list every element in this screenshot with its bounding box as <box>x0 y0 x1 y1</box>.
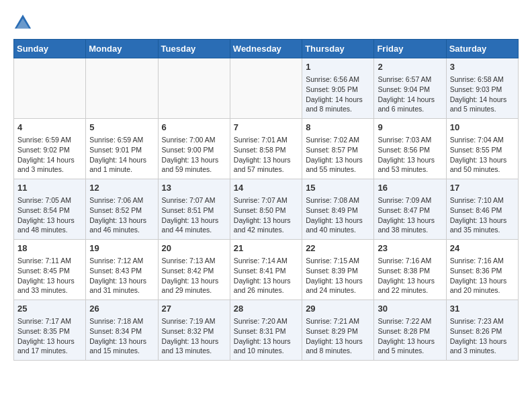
calendar-day-cell: 14Sunrise: 7:07 AM Sunset: 8:50 PM Dayli… <box>230 179 302 240</box>
day-number: 10 <box>450 122 515 134</box>
logo <box>13 13 35 32</box>
calendar-day-cell: 17Sunrise: 7:10 AM Sunset: 8:46 PM Dayli… <box>446 179 518 240</box>
calendar-day-cell: 25Sunrise: 7:17 AM Sunset: 8:35 PM Dayli… <box>14 300 86 361</box>
calendar-day-cell: 28Sunrise: 7:20 AM Sunset: 8:31 PM Dayli… <box>230 300 302 361</box>
calendar-day-cell: 29Sunrise: 7:21 AM Sunset: 8:29 PM Dayli… <box>302 300 374 361</box>
day-number: 21 <box>234 242 298 255</box>
day-info: Sunrise: 6:57 AM Sunset: 9:04 PM Dayligh… <box>378 75 442 114</box>
calendar-day-cell: 22Sunrise: 7:15 AM Sunset: 8:39 PM Dayli… <box>302 240 374 300</box>
calendar-day-cell: 24Sunrise: 7:16 AM Sunset: 8:36 PM Dayli… <box>446 240 518 300</box>
calendar-week-row: 18Sunrise: 7:11 AM Sunset: 8:45 PM Dayli… <box>14 240 519 300</box>
calendar-week-row: 11Sunrise: 7:05 AM Sunset: 8:54 PM Dayli… <box>14 179 519 240</box>
day-info: Sunrise: 7:03 AM Sunset: 8:56 PM Dayligh… <box>378 135 442 175</box>
day-info: Sunrise: 6:58 AM Sunset: 9:03 PM Dayligh… <box>450 75 515 114</box>
day-number: 25 <box>17 303 82 315</box>
day-number: 12 <box>89 182 154 194</box>
day-number: 20 <box>162 242 226 255</box>
day-info: Sunrise: 7:10 AM Sunset: 8:46 PM Dayligh… <box>450 195 515 235</box>
day-info: Sunrise: 7:15 AM Sunset: 8:39 PM Dayligh… <box>306 256 370 295</box>
day-info: Sunrise: 7:01 AM Sunset: 8:58 PM Dayligh… <box>234 135 298 175</box>
day-number: 6 <box>162 122 226 134</box>
day-info: Sunrise: 7:17 AM Sunset: 8:35 PM Dayligh… <box>17 316 82 356</box>
day-number: 17 <box>450 182 515 194</box>
day-number: 31 <box>450 303 515 315</box>
day-number: 11 <box>17 182 82 194</box>
day-number: 2 <box>378 61 442 73</box>
calendar-day-cell: 16Sunrise: 7:09 AM Sunset: 8:47 PM Dayli… <box>374 179 446 240</box>
day-info: Sunrise: 7:09 AM Sunset: 8:47 PM Dayligh… <box>378 195 442 235</box>
calendar-day-cell: 2Sunrise: 6:57 AM Sunset: 9:04 PM Daylig… <box>374 58 446 119</box>
weekday-header-thursday: Thursday <box>302 40 374 58</box>
calendar-day-cell: 13Sunrise: 7:07 AM Sunset: 8:51 PM Dayli… <box>158 179 230 240</box>
day-info: Sunrise: 7:07 AM Sunset: 8:50 PM Dayligh… <box>234 195 298 235</box>
day-number: 26 <box>89 303 154 315</box>
day-info: Sunrise: 7:21 AM Sunset: 8:29 PM Dayligh… <box>306 316 370 356</box>
day-info: Sunrise: 7:18 AM Sunset: 8:34 PM Dayligh… <box>89 316 154 356</box>
day-info: Sunrise: 6:59 AM Sunset: 9:01 PM Dayligh… <box>89 135 154 175</box>
day-info: Sunrise: 7:05 AM Sunset: 8:54 PM Dayligh… <box>17 195 82 235</box>
calendar-day-cell: 1Sunrise: 6:56 AM Sunset: 9:05 PM Daylig… <box>302 58 374 119</box>
day-info: Sunrise: 7:04 AM Sunset: 8:55 PM Dayligh… <box>450 135 515 175</box>
day-info: Sunrise: 7:12 AM Sunset: 8:43 PM Dayligh… <box>89 256 154 295</box>
day-number: 30 <box>378 303 442 315</box>
day-number: 13 <box>162 182 226 194</box>
day-info: Sunrise: 7:20 AM Sunset: 8:31 PM Dayligh… <box>234 316 298 356</box>
day-info: Sunrise: 7:06 AM Sunset: 8:52 PM Dayligh… <box>89 195 154 235</box>
day-number: 22 <box>306 242 370 255</box>
page-header <box>13 13 519 32</box>
day-info: Sunrise: 7:16 AM Sunset: 8:36 PM Dayligh… <box>450 256 515 295</box>
day-number: 7 <box>234 122 298 134</box>
calendar-week-row: 25Sunrise: 7:17 AM Sunset: 8:35 PM Dayli… <box>14 300 519 361</box>
day-info: Sunrise: 7:02 AM Sunset: 8:57 PM Dayligh… <box>306 135 370 175</box>
weekday-header-saturday: Saturday <box>446 40 518 58</box>
calendar-week-row: 1Sunrise: 6:56 AM Sunset: 9:05 PM Daylig… <box>14 58 519 119</box>
calendar-day-cell: 3Sunrise: 6:58 AM Sunset: 9:03 PM Daylig… <box>446 58 518 119</box>
day-number: 28 <box>234 303 298 315</box>
day-number: 1 <box>306 61 370 73</box>
calendar-day-cell: 23Sunrise: 7:16 AM Sunset: 8:38 PM Dayli… <box>374 240 446 300</box>
calendar-day-cell: 12Sunrise: 7:06 AM Sunset: 8:52 PM Dayli… <box>86 179 158 240</box>
calendar-week-row: 4Sunrise: 6:59 AM Sunset: 9:02 PM Daylig… <box>14 119 519 179</box>
calendar-day-cell: 31Sunrise: 7:23 AM Sunset: 8:26 PM Dayli… <box>446 300 518 361</box>
day-info: Sunrise: 7:07 AM Sunset: 8:51 PM Dayligh… <box>162 195 226 235</box>
day-info: Sunrise: 7:11 AM Sunset: 8:45 PM Dayligh… <box>17 256 82 295</box>
day-number: 5 <box>89 122 154 134</box>
day-info: Sunrise: 7:16 AM Sunset: 8:38 PM Dayligh… <box>378 256 442 295</box>
day-number: 15 <box>306 182 370 194</box>
day-number: 14 <box>234 182 298 194</box>
calendar-day-cell: 26Sunrise: 7:18 AM Sunset: 8:34 PM Dayli… <box>86 300 158 361</box>
weekday-header-tuesday: Tuesday <box>158 40 230 58</box>
calendar-day-cell <box>86 58 158 119</box>
day-info: Sunrise: 7:08 AM Sunset: 8:49 PM Dayligh… <box>306 195 370 235</box>
day-info: Sunrise: 7:23 AM Sunset: 8:26 PM Dayligh… <box>450 316 515 356</box>
calendar-day-cell: 18Sunrise: 7:11 AM Sunset: 8:45 PM Dayli… <box>14 240 86 300</box>
weekday-header-sunday: Sunday <box>14 40 86 58</box>
weekday-header-monday: Monday <box>86 40 158 58</box>
day-number: 19 <box>89 242 154 255</box>
calendar-day-cell: 7Sunrise: 7:01 AM Sunset: 8:58 PM Daylig… <box>230 119 302 179</box>
day-number: 3 <box>450 61 515 73</box>
calendar-day-cell: 15Sunrise: 7:08 AM Sunset: 8:49 PM Dayli… <box>302 179 374 240</box>
calendar-day-cell: 21Sunrise: 7:14 AM Sunset: 8:41 PM Dayli… <box>230 240 302 300</box>
day-number: 4 <box>17 122 82 134</box>
weekday-header-wednesday: Wednesday <box>230 40 302 58</box>
day-number: 24 <box>450 242 515 255</box>
day-info: Sunrise: 7:19 AM Sunset: 8:32 PM Dayligh… <box>162 316 226 356</box>
calendar-day-cell: 19Sunrise: 7:12 AM Sunset: 8:43 PM Dayli… <box>86 240 158 300</box>
logo-icon <box>13 13 32 32</box>
calendar-day-cell: 9Sunrise: 7:03 AM Sunset: 8:56 PM Daylig… <box>374 119 446 179</box>
calendar-day-cell: 27Sunrise: 7:19 AM Sunset: 8:32 PM Dayli… <box>158 300 230 361</box>
day-info: Sunrise: 7:00 AM Sunset: 9:00 PM Dayligh… <box>162 135 226 175</box>
weekday-header-row: SundayMondayTuesdayWednesdayThursdayFrid… <box>14 40 519 58</box>
calendar-day-cell: 30Sunrise: 7:22 AM Sunset: 8:28 PM Dayli… <box>374 300 446 361</box>
day-number: 27 <box>162 303 226 315</box>
calendar-day-cell: 6Sunrise: 7:00 AM Sunset: 9:00 PM Daylig… <box>158 119 230 179</box>
day-number: 29 <box>306 303 370 315</box>
day-number: 18 <box>17 242 82 255</box>
day-info: Sunrise: 7:13 AM Sunset: 8:42 PM Dayligh… <box>162 256 226 295</box>
calendar-day-cell: 4Sunrise: 6:59 AM Sunset: 9:02 PM Daylig… <box>14 119 86 179</box>
day-info: Sunrise: 6:56 AM Sunset: 9:05 PM Dayligh… <box>306 75 370 114</box>
day-info: Sunrise: 7:14 AM Sunset: 8:41 PM Dayligh… <box>234 256 298 295</box>
calendar-day-cell <box>158 58 230 119</box>
calendar-day-cell: 8Sunrise: 7:02 AM Sunset: 8:57 PM Daylig… <box>302 119 374 179</box>
